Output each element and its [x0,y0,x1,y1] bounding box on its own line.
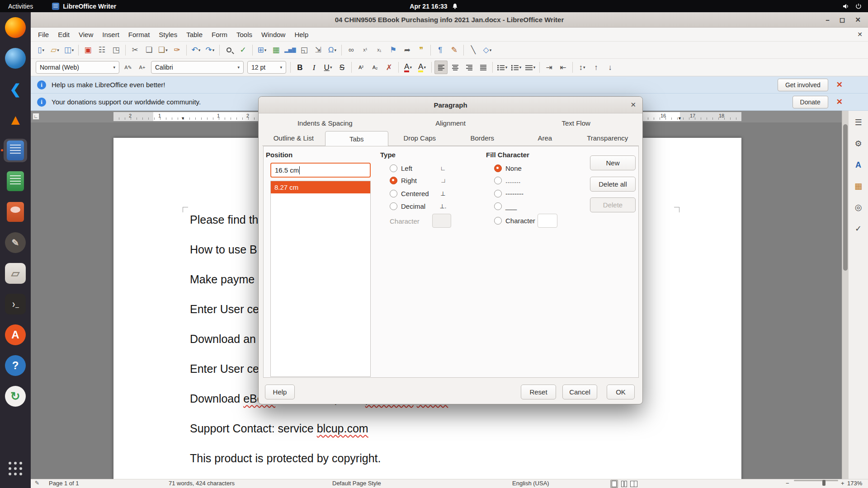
insert-comment-button[interactable]: ❞ [415,43,428,57]
menu-item-file[interactable]: File [33,29,53,40]
clock[interactable]: Apr 21 16:33 [410,3,458,10]
close-button[interactable]: ✕ [855,16,861,24]
zoom-slider-track[interactable] [794,480,838,481]
text-language[interactable]: English (USA) [512,480,549,487]
increase-indent-button[interactable]: ⇥ [542,61,556,74]
page-count[interactable]: Page 1 of 1 [49,480,79,487]
page-style[interactable]: Default Page Style [332,480,381,487]
left-indent-marker[interactable]: ▼ [181,116,185,121]
infobar-action-button[interactable]: Get involved [778,79,828,91]
tab-area[interactable]: Area [514,131,576,145]
menu-item-form[interactable]: Form [207,29,232,40]
decrease-paragraph-spacing-button[interactable]: ↓ [604,61,617,74]
menu-item-table[interactable]: Table [182,29,207,40]
ok-button[interactable]: OK [607,385,635,399]
tab-transparency[interactable]: Transparency [576,131,639,145]
dock-item-vscode[interactable]: ❮ [4,77,27,101]
decrease-indent-button[interactable]: ⇤ [557,61,570,74]
insert-cross-reference-button[interactable]: ➦ [401,43,414,57]
book-view-button[interactable] [630,481,637,487]
align-right-button[interactable] [462,61,476,74]
show-applications-button[interactable] [4,462,27,481]
underline-button[interactable]: U▾ [321,61,335,74]
edit-mode-icon[interactable]: ✎ [35,480,39,486]
insert-image-button[interactable]: ▦ [269,43,283,57]
strikethrough-button[interactable]: S [335,61,349,74]
zoom-level[interactable]: 173% [847,480,862,487]
insert-endnote-button[interactable]: x₁ [373,43,386,57]
multi-page-view-button[interactable] [621,481,627,487]
sidebar-tab-styles[interactable]: A [851,159,866,171]
zoom-in-button[interactable]: + [841,480,844,487]
minimize-button[interactable]: − [826,16,830,24]
menu-item-view[interactable]: View [74,29,98,40]
insert-text-box-button[interactable]: ◱ [297,43,311,57]
tab-borders[interactable]: Borders [451,131,514,145]
infobar-action-button[interactable]: Donate [793,96,828,108]
sidebar-tab-gallery[interactable]: ▦ [851,180,866,192]
increase-paragraph-spacing-button[interactable]: ↑ [590,61,603,74]
print-button[interactable]: ☷ [95,43,108,57]
dock-item-libreoffice-impress[interactable] [4,200,27,224]
menu-item-edit[interactable]: Edit [53,29,74,40]
word-count[interactable]: 71 words, 424 characters [169,480,235,487]
align-justify-button[interactable] [476,61,490,74]
tab-tabs[interactable]: Tabs [325,131,389,146]
dock-item-libreoffice-calc[interactable] [4,169,27,193]
menu-item-window[interactable]: Window [257,29,290,40]
dialog-close-icon[interactable]: ✕ [630,101,636,109]
activities-button[interactable]: Activities [8,3,33,10]
formatting-marks-button[interactable]: ¶ [434,43,447,57]
paragraph-style-select[interactable]: Normal (Web)▾ [36,61,119,74]
scrollbar-thumb[interactable] [843,124,848,271]
cancel-button[interactable]: Cancel [562,385,597,399]
menu-item-styles[interactable]: Styles [154,29,182,40]
no-list-button[interactable]: ▾ [524,61,537,74]
vertical-scrollbar[interactable] [842,111,848,479]
dock-item-help[interactable]: ? [4,354,27,377]
zoom-out-button[interactable]: − [786,480,789,487]
fill-radio-character[interactable]: Character [494,217,535,225]
help-button[interactable]: Help [265,385,295,399]
dock-item-ubuntu-software[interactable]: A [4,323,27,347]
close-document-icon[interactable]: ✕ [857,31,863,38]
tab-drop-caps[interactable]: Drop Caps [388,131,451,145]
tab-alignment[interactable]: Alignment [388,115,514,131]
tab-indents-spacing[interactable]: Indents & Spacing [262,115,388,131]
spelling-button[interactable]: ✓ [236,43,250,57]
infobar-close-icon[interactable]: ✕ [836,97,843,107]
font-size-select[interactable]: 12 pt▾ [247,61,286,74]
infobar-close-icon[interactable]: ✕ [836,80,843,89]
sidebar-tab-navigator[interactable]: ◎ [851,201,866,214]
new-button[interactable]: New [590,155,636,170]
sidebar-tab-sidebar-settings[interactable]: ☰ [851,116,866,129]
align-left-button[interactable] [434,61,448,74]
new-style-button[interactable]: A+ [136,61,149,74]
new-document-button[interactable]: ▯▾ [34,43,47,57]
align-center-button[interactable] [448,61,462,74]
tab-type-radio-centered[interactable]: Centered [390,190,429,197]
save-button[interactable]: ◫▾ [62,43,75,57]
tab-type-radio-decimal[interactable]: Decimal [390,202,425,210]
font-name-select[interactable]: Calibri▾ [151,61,244,74]
delete-all-button[interactable]: Delete all [590,177,636,192]
dock-item-vlc[interactable]: ▲ [4,108,27,131]
tab-position-input[interactable]: 16.5 cm [270,163,371,178]
highlight-color-button[interactable]: A▾ [415,61,429,74]
clear-formatting-button[interactable]: ✗ [382,61,396,74]
undo-button[interactable]: ↶▾ [189,43,203,57]
fill-radio-[interactable]: ___ [494,202,517,210]
dock-item-thunderbird[interactable] [4,47,27,70]
clone-formatting-button[interactable]: ✑ [170,43,184,57]
copy-button[interactable]: ❏ [142,43,156,57]
paste-button[interactable]: ❑▾ [156,43,170,57]
dock-item-files[interactable]: ▱ [4,262,27,285]
maximize-button[interactable]: ◻ [840,16,845,24]
superscript-button[interactable]: A² [354,61,368,74]
insert-table-button[interactable]: ⊞▾ [255,43,269,57]
insert-line-button[interactable]: ╲ [467,43,480,57]
dock-item-gimp[interactable]: ✎ [4,231,27,254]
show-draw-functions-button[interactable]: ✎ [448,43,461,57]
position-list-item[interactable]: 8.27 cm [271,181,370,193]
insert-special-character-button[interactable]: Ω▾ [326,43,339,57]
